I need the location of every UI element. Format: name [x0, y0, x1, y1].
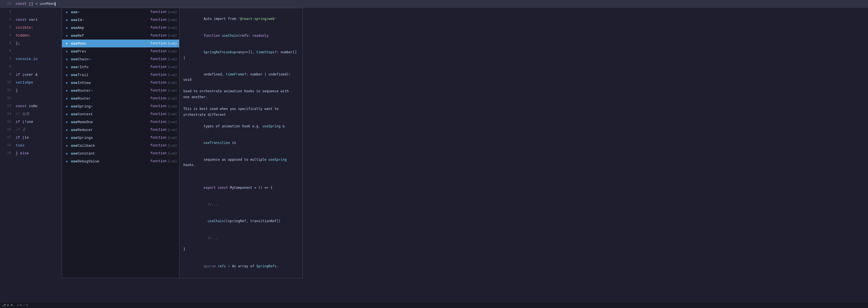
doc-import-path: '@react-spring/web' [238, 17, 276, 21]
item-label-useTrail: useTrail [71, 73, 150, 77]
function-icon: ⊕ [64, 159, 69, 164]
line-content-9: if (user & [16, 73, 37, 77]
autocomplete-item-useTrail[interactable]: ⊕ useTrail function [Lsp] [62, 71, 179, 79]
kw-if-3: if [16, 135, 22, 140]
item-source-lsp: [Lsp] [168, 34, 177, 37]
item-label-useId: useId~ [71, 18, 150, 22]
line-content-13: const isNo [16, 104, 37, 108]
autocomplete-item-useMemo[interactable]: ⊕ useMemo function [Lsp] [62, 39, 179, 48]
autocomplete-item-useSpring[interactable]: ⊕ useSpring~ function [Lsp] [62, 102, 179, 110]
var-vari: vari [29, 18, 37, 22]
function-icon: ⊕ [64, 143, 69, 148]
line-number-12: 12 [2, 96, 11, 100]
doc-line-6: one another. [183, 95, 299, 100]
line-number-1: 1 [2, 10, 11, 14]
item-source-lsp: [Lsp] [168, 26, 177, 29]
doc-line-2: function useChain(refs: readonly [183, 28, 299, 44]
line-number-18: 18 [2, 143, 11, 147]
line-number-7: 7 [2, 57, 11, 61]
item-source-lsp: [Lsp] [168, 10, 177, 14]
fn-console: console.lo [16, 57, 37, 61]
function-icon: ⊕ [64, 49, 69, 54]
autocomplete-item-use-tilde[interactable]: ⊕ use~ function [Lsp] [62, 8, 179, 16]
kw-else: else [20, 151, 29, 155]
autocomplete-item-useAmp[interactable]: ⊕ useAmp function [Lsp] [62, 24, 179, 32]
warning-icon: ⚠ [23, 303, 25, 307]
doc-line-export: export const MyComponent = () => { [183, 180, 299, 196]
status-errors: ⊙ 0 ⚠ 4 [17, 303, 28, 307]
text-cursor [55, 2, 56, 6]
item-source-lsp: [Lsp] [168, 136, 177, 140]
autocomplete-item-userInfo[interactable]: ⊕ userInfo function [Lsp] [62, 63, 179, 71]
autocomplete-list[interactable]: ⊕ use~ function [Lsp] ⊕ useId~ function … [62, 8, 180, 278]
doc-param-refs: refs [218, 264, 226, 268]
doc-param-desc: — An array of [226, 264, 256, 268]
item-label-useReducer: useReducer [71, 128, 150, 132]
autocomplete-item-useInView[interactable]: ⊕ useInView function [Lsp] [62, 79, 179, 87]
doc-line-param: @param refs — An array of SpringRefs. [183, 258, 299, 275]
item-type-function: function [150, 50, 166, 53]
item-source-lsp: [Lsp] [168, 73, 177, 76]
fn-toas: toas [16, 143, 24, 148]
item-type-function: function [150, 34, 166, 38]
autocomplete-item-useContext[interactable]: ⊕ useContext function [Lsp] [62, 110, 179, 118]
autocomplete-item-useSprings[interactable]: ⊕ useSprings function [Lsp] [62, 134, 179, 142]
function-icon: ⊕ [64, 96, 69, 101]
autocomplete-item-useId[interactable]: ⊕ useId~ function [Lsp] [62, 16, 179, 24]
doc-line-empty1 [183, 100, 299, 106]
doc-param-period: . [276, 264, 278, 268]
doc-line-10: useTransition in [183, 135, 299, 151]
line-number-14: 14 [2, 112, 11, 116]
line-number-16: 16 [2, 128, 11, 131]
item-type-function: function [150, 96, 166, 100]
doc-line-5: Used to orchestrate animation hooks in s… [183, 89, 299, 94]
autocomplete-item-useRouterTilde[interactable]: ⊕ useRouter~ function [Lsp] [62, 87, 179, 95]
autocomplete-item-useMemoOne[interactable]: ⊕ useMemoOne function [Lsp] [62, 118, 179, 126]
line-number-17: 17 [2, 135, 11, 140]
autocomplete-documentation: Auto import from '@react-spring/web' fun… [180, 8, 303, 278]
code-lo: (lo [22, 135, 29, 140]
autocomplete-item-useDebugValue[interactable]: ⊕ useDebugValue function [Lsp] [62, 157, 179, 165]
autocomplete-item-useConstant[interactable]: ⊕ useConstant function [Lsp] [62, 150, 179, 157]
warning-count: 4 [26, 304, 28, 307]
doc-params-start: (refs: [238, 34, 252, 38]
autocomplete-item-useChain[interactable]: ⊕ useChain~ function [Lsp] [62, 55, 179, 63]
item-label-userInfo: userInfo [71, 65, 150, 69]
line-content-2: const vari [16, 18, 37, 22]
function-icon: ⊕ [64, 9, 69, 14]
doc-line-4: undefined, timeFrame?: number | undefine… [183, 66, 299, 88]
doc-param-tag: @param [204, 264, 218, 268]
kw-if: if [16, 73, 22, 77]
autocomplete-item-useRouter[interactable]: ⊕ useRouter function [Lsp] [62, 95, 179, 102]
function-icon: ⊕ [64, 64, 69, 69]
doc-springref: SpringRef [204, 50, 222, 54]
item-type-function: function [150, 128, 166, 132]
doc-line-usechain-call: useChain([springRef, transitionRef]) [183, 213, 299, 229]
kw-const-2: const [16, 104, 29, 108]
item-source-lsp: [Lsp] [168, 144, 177, 147]
item-source-lsp: [Lsp] [168, 152, 177, 155]
doc-function-name: useChain [222, 34, 238, 38]
autocomplete-item-usePrev[interactable]: ⊕ usePrev function [Lsp] [62, 48, 179, 55]
item-type-function: function [150, 65, 166, 69]
doc-lookup: Lookup [224, 50, 236, 54]
autocomplete-item-useCallback[interactable]: ⊕ useCallback function [Lsp] [62, 142, 179, 150]
var-isno: isNo [29, 104, 37, 108]
item-type-function: function [150, 144, 166, 148]
keyword-const: const [16, 2, 29, 6]
doc-line-3: SpringRef<Lookup<any>>[], timeSteps?: nu… [183, 44, 299, 66]
comment-chinese-2: // 正 [16, 128, 26, 132]
autocomplete-item-useRef[interactable]: ⊕ useRef function [Lsp] [62, 32, 179, 39]
autocomplete-item-useReducer[interactable]: ⊕ useReducer function [Lsp] [62, 126, 179, 134]
item-label-useInView: useInView [71, 81, 150, 85]
function-icon-selected: ⊕ [64, 41, 69, 46]
item-label-useAmp: useAmp [71, 26, 150, 30]
git-branch-label: v 4 [7, 304, 12, 307]
function-icon: ⊕ [64, 18, 69, 23]
prop-visible: visible: [16, 26, 33, 30]
item-label-use-tilde: use~ [71, 10, 150, 14]
item-label-useDebugValue: useDebugValue [71, 159, 150, 163]
function-icon: ⊕ [64, 25, 69, 30]
doc-text: & [281, 124, 285, 128]
item-label-useRouter: useRouter [71, 96, 150, 101]
